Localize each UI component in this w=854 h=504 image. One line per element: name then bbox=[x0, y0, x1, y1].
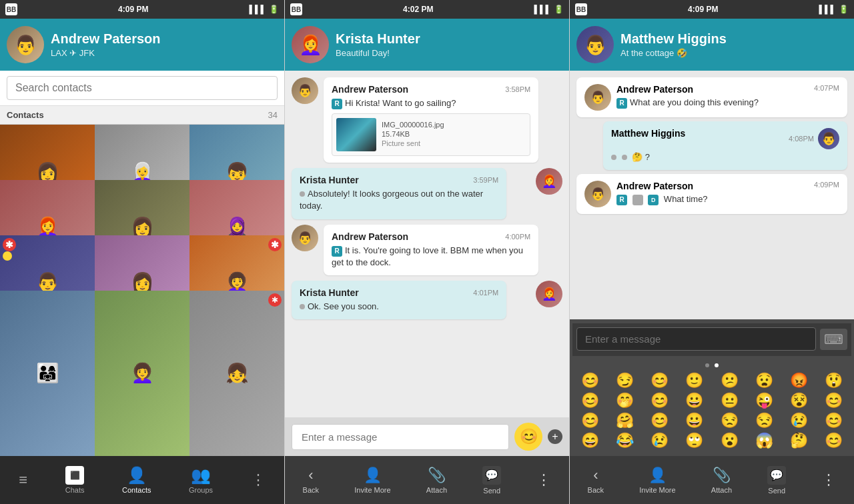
right-attach-label: Attach bbox=[711, 486, 732, 494]
left-header: 👨 Andrew Paterson LAX ✈ JFK bbox=[0, 19, 284, 71]
mid-send-button[interactable]: 💬 Send bbox=[482, 466, 501, 495]
emoji-2-7[interactable]: 😵 bbox=[790, 392, 808, 409]
mid-more-button[interactable]: ⋮ bbox=[536, 471, 551, 489]
msg-4-content: Krista Hunter 4:01PM Ok. See you soon. bbox=[292, 281, 530, 319]
mid-back-icon: ‹ bbox=[308, 467, 313, 484]
msg-3-sender: Andrew Paterson bbox=[332, 231, 408, 242]
search-input[interactable] bbox=[7, 76, 278, 100]
right-chat-scroll[interactable]: 👨 Andrew Paterson 4:07PM RWhat are you d… bbox=[570, 71, 854, 319]
bb-logo-mid: BB bbox=[290, 3, 302, 15]
nav-groups[interactable]: 👥 Groups bbox=[183, 463, 218, 497]
left-header-avatar: 👨 bbox=[7, 26, 44, 63]
emoji-4-5[interactable]: 😮 bbox=[721, 432, 739, 449]
mid-emoji-button[interactable]: 😊 bbox=[514, 423, 542, 451]
emoji-1-7[interactable]: 😡 bbox=[790, 372, 808, 389]
mid-chat-input-area: 😊 + bbox=[285, 417, 569, 456]
right-send-button[interactable]: 💬 Send bbox=[767, 466, 786, 495]
contact-tamara[interactable]: ✱ 👩‍🦱 Tamara bbox=[189, 235, 284, 291]
rchat-3-header: Andrew Paterson 4:09PM bbox=[616, 181, 839, 191]
rchat-1-header: Andrew Paterson 4:07PM bbox=[616, 84, 839, 95]
left-panel: BB 4:09 PM ▌▌▌ 🔋 👨 Andrew Paterson LAX ✈… bbox=[0, 0, 285, 504]
emoji-4-7[interactable]: 🤔 bbox=[790, 432, 808, 449]
emoji-3-4[interactable]: 😀 bbox=[685, 412, 703, 429]
rchat-2-text: 🤔 ? bbox=[611, 151, 839, 163]
keyboard-toggle[interactable]: ⌨ bbox=[820, 329, 847, 350]
right-send-label: Send bbox=[768, 487, 785, 495]
emoji-1-1[interactable]: 😊 bbox=[581, 372, 599, 389]
rchat-3-img-icon bbox=[632, 195, 643, 205]
nav-more[interactable]: ⋮ bbox=[246, 469, 271, 491]
msg-2-avatar: 👩‍🦰 bbox=[536, 168, 562, 195]
rchat-2-header: Matthew Higgins 4:08PM 👨 bbox=[611, 128, 839, 149]
emoji-3-7[interactable]: 😢 bbox=[790, 412, 808, 429]
contacts-count: 34 bbox=[268, 110, 278, 120]
contact-extra-1[interactable]: 👨‍👩‍👧 bbox=[0, 291, 95, 457]
emoji-4-2[interactable]: 😂 bbox=[616, 432, 634, 449]
right-invite-button[interactable]: 👤 Invite More bbox=[639, 467, 675, 494]
contact-extra-3[interactable]: 👧 ✱ bbox=[189, 291, 284, 457]
rchat-2-content: Matthew Higgins 4:08PM 👨 🤔 ? bbox=[611, 128, 839, 163]
contact-melanie[interactable]: 👩 Melanie bbox=[95, 235, 189, 291]
emoji-1-3[interactable]: 😊 bbox=[651, 372, 669, 389]
msg-3-text: RIt is. You're going to love it. BBM me … bbox=[332, 245, 530, 269]
battery-icon: 🔋 bbox=[269, 5, 279, 14]
emoji-3-2[interactable]: 🤗 bbox=[616, 412, 634, 429]
right-attach-button[interactable]: 📎 Attach bbox=[711, 467, 732, 494]
bb-chats-icon bbox=[65, 466, 84, 485]
emoji-2-1[interactable]: 😊 bbox=[581, 392, 599, 409]
emoji-4-8[interactable]: 😊 bbox=[825, 432, 843, 449]
left-header-name: Andrew Paterson bbox=[51, 31, 278, 47]
emoji-2-6[interactable]: 😜 bbox=[755, 392, 773, 409]
emoji-1-6[interactable]: 😧 bbox=[755, 372, 773, 389]
rchat-1: 👨 Andrew Paterson 4:07PM RWhat are you d… bbox=[576, 77, 847, 117]
emoji-2-5[interactable]: 😐 bbox=[721, 392, 739, 409]
emoji-1-8[interactable]: 😲 bbox=[825, 372, 843, 389]
emoji-3-8[interactable]: 😊 bbox=[825, 412, 843, 429]
mid-attach-button[interactable]: 📎 Attach bbox=[426, 467, 447, 494]
right-more-button[interactable]: ⋮ bbox=[821, 471, 836, 489]
rchat-1-time: 4:07PM bbox=[814, 84, 839, 95]
tamara-badge: ✱ bbox=[268, 238, 282, 251]
right-more-icon: ⋮ bbox=[821, 471, 836, 489]
left-time: 4:09 PM bbox=[118, 5, 148, 14]
emoji-1-4[interactable]: 🙂 bbox=[685, 372, 703, 389]
right-back-button[interactable]: ‹ Back bbox=[588, 467, 604, 494]
nav-chats[interactable]: Chats bbox=[60, 463, 90, 497]
emoji-1-5[interactable]: 😕 bbox=[721, 372, 739, 389]
nav-contacts[interactable]: 👤 Contacts bbox=[117, 463, 156, 497]
right-chat-input[interactable] bbox=[576, 327, 816, 351]
emoji-2-3[interactable]: 😊 bbox=[651, 392, 669, 409]
emoji-3-6[interactable]: 😒 bbox=[755, 412, 773, 429]
emoji-2-4[interactable]: 😀 bbox=[685, 392, 703, 409]
emoji-3-1[interactable]: 😊 bbox=[581, 412, 599, 429]
mid-invite-button[interactable]: 👤 Invite More bbox=[354, 467, 390, 494]
mid-chat-input[interactable] bbox=[292, 424, 509, 450]
emoji-2-8[interactable]: 😊 bbox=[825, 392, 843, 409]
mid-chat-scroll[interactable]: 👨 Andrew Paterson 3:58PM RHi Krista! Wan… bbox=[285, 71, 569, 417]
emoji-4-6[interactable]: 😱 bbox=[755, 432, 773, 449]
emoji-2-2[interactable]: 🤭 bbox=[616, 392, 634, 409]
mid-back-button[interactable]: ‹ Back bbox=[303, 467, 319, 494]
contact-matthew[interactable]: ✱ 👨 Matthew Higgins bbox=[0, 235, 95, 291]
mid-attach-label: Attach bbox=[426, 486, 447, 494]
emoji-4-1[interactable]: 😄 bbox=[581, 432, 599, 449]
contact-extra-2[interactable]: 👩‍🦱 bbox=[95, 291, 189, 457]
emoji-3-5[interactable]: 😒 bbox=[721, 412, 739, 429]
extra3-badge: ✱ bbox=[268, 293, 282, 307]
emoji-4-4[interactable]: 🙄 bbox=[685, 432, 703, 449]
emoji-row-1: 😊 😏 😊 🙂 😕 😧 😡 😲 bbox=[572, 372, 851, 389]
rchat-2-row: Matthew Higgins 4:08PM 👨 🤔 ? bbox=[611, 128, 839, 163]
rchat-2-dot2 bbox=[622, 155, 627, 160]
dot-1 bbox=[705, 363, 709, 367]
mid-status-icons: ▌▌▌ 🔋 bbox=[534, 5, 564, 14]
msg-3-header: Andrew Paterson 4:00PM bbox=[332, 231, 530, 242]
mid-add-button[interactable]: + bbox=[548, 429, 562, 444]
mid-invite-label: Invite More bbox=[354, 486, 390, 494]
emoji-1-2[interactable]: 😏 bbox=[616, 372, 634, 389]
emoji-3-3[interactable]: 😊 bbox=[651, 412, 669, 429]
rchat-3-content: Andrew Paterson 4:09PM R D What time? bbox=[616, 181, 839, 205]
nav-hamburger[interactable]: ≡ bbox=[13, 469, 33, 491]
left-bottom-nav: ≡ Chats 👤 Contacts 👥 Groups ⋮ bbox=[0, 456, 284, 504]
emoji-4-3[interactable]: 😢 bbox=[651, 432, 669, 449]
msg-3-time: 4:00PM bbox=[505, 233, 530, 241]
